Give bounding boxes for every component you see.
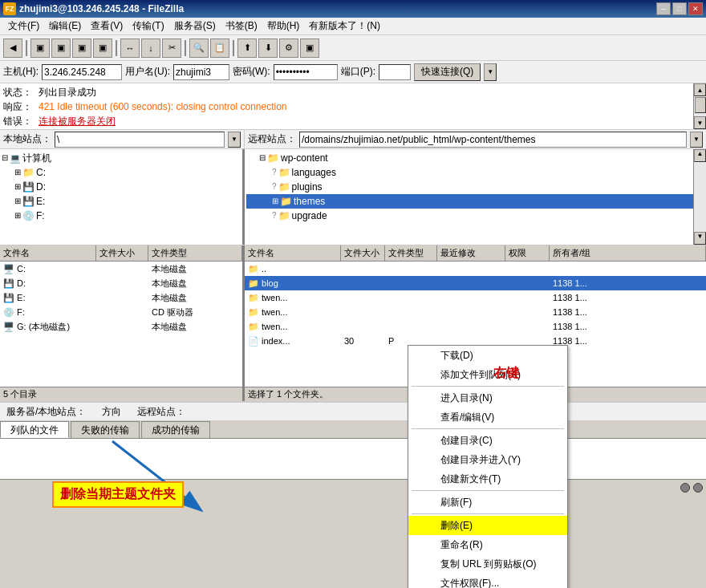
menu-item-s[interactable]: 服务器(S) [169,18,221,34]
ctx-item-copy-url[interactable]: 复制 URL 到剪贴板(O) [408,554,567,574]
local-tree-d[interactable]: ⊞ 💾 D: [2,180,241,194]
ctx-item-delete[interactable]: 删除(E) [408,516,567,535]
remote-tree-upgrade-label: upgrade [292,209,327,222]
remote-path-input[interactable] [299,132,687,148]
response-value: 421 Idle timeout (600 seconds): closing … [39,99,287,114]
tab-successful-transfers[interactable]: 成功的传输 [141,421,210,438]
annotation-text: 删除当期主题文件夹 [60,487,176,501]
close-button[interactable]: ✕ [688,2,703,15]
menu-bar: 文件(F)编辑(E)查看(V)传输(T)服务器(S)书签(B)帮助(H)有新版本… [0,18,706,35]
scrollbar-track [694,96,706,116]
local-row-g[interactable]: 🖥️ G: (本地磁盘) 本地磁盘 [0,319,242,334]
local-tree-c[interactable]: ⊞ 📁 C: [2,165,241,180]
scrollbar-thumb[interactable] [695,97,706,113]
maximize-button[interactable]: □ [672,2,687,15]
menu-item-e[interactable]: 编辑(E) [44,18,86,34]
remote-row-twen2[interactable]: 📁 twen... 1138 1... [245,305,706,319]
remote-col-name[interactable]: 文件名 [245,245,341,261]
toolbar-btn-14[interactable]: ▣ [300,39,319,58]
toolbar-btn-5[interactable]: ▣ [93,39,112,58]
ctx-item-rename[interactable]: 重命名(R) [408,535,567,554]
toolbar-btn-6[interactable]: ↔ [120,39,140,58]
port-input[interactable] [379,64,411,80]
ctx-item-enter-dir[interactable]: 进入目录(N) [408,388,567,408]
local-tree-c-label: C: [36,166,46,179]
remote-tree-languages[interactable]: ? 📁 languages [246,165,704,180]
minimize-button[interactable]: ─ [656,2,671,15]
remote-path-dropdown[interactable]: ▼ [690,132,703,148]
tab-queued-files[interactable]: 列队的文件 [0,421,69,438]
ctx-item-add-queue[interactable]: 添加文件到队列(A) [408,365,567,384]
toolbar-btn-4[interactable]: ▣ [72,39,91,58]
toolbar-btn-12[interactable]: ⬇ [258,39,278,58]
local-row-d[interactable]: 💾 D: 本地磁盘 [0,276,242,290]
local-tree-f[interactable]: ⊞ 💿 F: [2,209,241,223]
connect-dropdown[interactable]: ▼ [484,63,497,81]
connect-button[interactable]: 快速连接(Q) [414,63,481,81]
remote-scrollbar-down[interactable]: ▼ [694,232,706,245]
toolbar-btn-3[interactable]: ▣ [51,39,71,58]
remote-col-modified[interactable]: 最近修改 [437,245,505,261]
local-tree-e[interactable]: ⊞ 💾 E: [2,194,241,209]
menu-item-n[interactable]: 有新版本了！(N) [304,18,385,34]
annotation-box: 删除当期主题文件夹 [52,481,184,508]
ctx-label-create-file: 创建新文件(T) [440,472,501,486]
remote-tree-wp-content[interactable]: ⊟ 📁 wp-content [246,151,704,165]
toolbar-btn-8[interactable]: ✂ [162,39,181,58]
local-col-size[interactable]: 文件大小 [96,245,148,261]
toolbar-sep-2 [116,40,117,56]
local-tree-root[interactable]: ⊟ 💻 计算机 [2,151,241,165]
local-path-dropdown[interactable]: ▼ [228,132,241,148]
tab-failed-transfers[interactable]: 失败的传输 [71,421,140,438]
toolbar-btn-11[interactable]: ⬆ [237,39,257,58]
local-col-type[interactable]: 文件类型 [148,245,242,261]
error-value[interactable]: 连接被服务器关闭 [39,114,116,128]
remote-row-dotdot[interactable]: 📁 .. [245,262,706,276]
local-path-input[interactable] [55,132,225,148]
host-input[interactable] [42,64,122,80]
pass-input[interactable] [274,64,338,80]
local-row-e[interactable]: 💾 E: 本地磁盘 [0,290,242,305]
ctx-item-refresh[interactable]: 刷新(F) [408,493,567,512]
menu-item-v[interactable]: 查看(V) [86,18,128,34]
title-text: zhujimi3@103.246.245.248 - FileZilla [19,3,184,14]
scrollbar-up-btn[interactable]: ▲ [694,83,706,96]
menu-item-h[interactable]: 帮助(H) [262,18,305,34]
remote-col-owner[interactable]: 所有者/组 [550,245,706,261]
remote-row-twen1[interactable]: 📁 twen... 1138 1... [245,290,706,305]
remote-tree-themes[interactable]: ⊞ 📁 themes [246,194,704,209]
remote-col-perm[interactable]: 权限 [505,245,550,261]
toolbar-btn-13[interactable]: ⚙ [279,39,298,58]
ctx-item-permissions[interactable]: 文件权限(F)... [408,574,567,588]
status-scrollbar[interactable]: ▲ ▼ [693,83,706,129]
ctx-item-view-edit[interactable]: 查看/编辑(V) [408,408,567,427]
toolbar-btn-10[interactable]: 📋 [210,39,229,58]
local-row-c[interactable]: 🖥️ C: 本地磁盘 [0,262,242,276]
remote-tree-scrollbar[interactable]: ▲ ▼ [693,149,706,245]
remote-row-blog[interactable]: 📁 blog 1138 1... [245,276,706,290]
toolbar-btn-2[interactable]: ▣ [30,39,50,58]
ctx-item-create-file[interactable]: 创建新文件(T) [408,469,567,489]
local-col-name[interactable]: 文件名 [0,245,96,261]
toolbar-sep-1 [26,40,27,56]
scrollbar-down-btn[interactable]: ▼ [694,116,706,129]
toolbar-btn-7[interactable]: ↓ [141,39,160,58]
menu-item-t[interactable]: 传输(T) [128,18,168,34]
ctx-item-create-enter[interactable]: 创建目录并进入(Y) [408,450,567,469]
main-panels: ⊟ 💻 计算机 ⊞ 📁 C: ⊞ 💾 D: ⊞ 💾 E: ⊞ 💿 [0,149,706,245]
remote-tree-plugins[interactable]: ? 📁 plugins [246,180,704,194]
local-row-f[interactable]: 💿 F: CD 驱动器 [0,305,242,319]
toolbar-btn-9[interactable]: 🔍 [189,39,209,58]
remote-tree-upgrade[interactable]: ? 📁 upgrade [246,209,704,223]
menu-item-b[interactable]: 书签(B) [221,18,262,34]
user-input[interactable] [173,64,229,80]
menu-item-f[interactable]: 文件(F) [3,18,44,34]
remote-scrollbar-up[interactable]: ▲ [694,149,706,162]
ctx-item-download[interactable]: 下载(D) [408,346,567,365]
ctx-item-create-dir[interactable]: 创建目录(C) [408,431,567,450]
remote-col-type[interactable]: 文件类型 [385,245,437,261]
local-file-rows: 🖥️ C: 本地磁盘 💾 D: 本地磁盘 💾 E: 本地磁盘 💿 F: CD 驱… [0,262,242,387]
remote-col-size[interactable]: 文件大小 [341,245,385,261]
toolbar-btn-1[interactable]: ◀ [3,39,22,58]
remote-row-twen3[interactable]: 📁 twen... 1138 1... [245,319,706,334]
